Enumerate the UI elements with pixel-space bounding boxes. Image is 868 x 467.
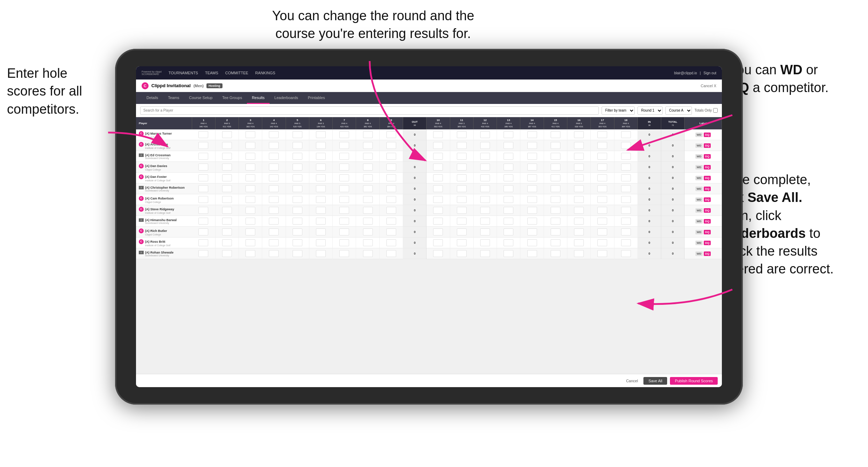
score-h18-p9[interactable]: [614, 227, 637, 238]
score-input-h9-p11[interactable]: [386, 250, 396, 257]
score-h7-p11[interactable]: [333, 248, 356, 259]
nav-link-committee[interactable]: COMMITTEE: [225, 71, 248, 75]
score-input-h13-p5[interactable]: [504, 185, 513, 192]
score-input-h18-p2[interactable]: [621, 153, 631, 160]
score-input-h18-p9[interactable]: [621, 228, 631, 235]
score-h9-p2[interactable]: [379, 151, 403, 162]
score-input-h11-p6[interactable]: [457, 196, 467, 203]
score-input-h14-p2[interactable]: [527, 153, 537, 160]
score-input-h8-p1[interactable]: [363, 142, 373, 149]
search-input[interactable]: [140, 106, 599, 115]
score-h10-p10[interactable]: [427, 238, 450, 248]
score-input-h1-p11[interactable]: [198, 250, 208, 257]
score-input-h13-p9[interactable]: [504, 228, 513, 235]
score-h17-p1[interactable]: [591, 140, 614, 151]
score-h18-p7[interactable]: [614, 205, 637, 216]
score-input-h18-p0[interactable]: [621, 131, 631, 138]
score-input-h1-p8[interactable]: [198, 218, 208, 225]
score-input-h4-p10[interactable]: [269, 239, 279, 246]
nav-link-tournaments[interactable]: TOURNAMENTS: [168, 71, 198, 75]
score-input-h16-p7[interactable]: [574, 207, 584, 214]
score-h13-p6[interactable]: [497, 194, 520, 205]
score-h11-p5[interactable]: [450, 183, 473, 194]
score-h14-p0[interactable]: [520, 129, 544, 140]
score-h10-p6[interactable]: [427, 194, 450, 205]
score-input-h15-p9[interactable]: [551, 228, 560, 235]
score-input-h14-p6[interactable]: [527, 196, 537, 203]
score-h16-p8[interactable]: [567, 216, 591, 227]
score-input-h11-p3[interactable]: [457, 164, 467, 171]
dq-button-p3[interactable]: DQ: [704, 165, 711, 170]
score-input-h5-p10[interactable]: [293, 239, 302, 246]
score-input-h4-p5[interactable]: [269, 185, 279, 192]
score-input-h8-p11[interactable]: [363, 250, 373, 257]
score-h11-p11[interactable]: [450, 248, 473, 259]
score-input-h16-p3[interactable]: [574, 164, 584, 171]
totals-only-checkbox[interactable]: [713, 108, 718, 113]
score-input-h16-p11[interactable]: [574, 250, 584, 257]
score-h6-p9[interactable]: [309, 227, 332, 238]
score-h2-p0[interactable]: [215, 129, 239, 140]
wd-button-p6[interactable]: WD: [695, 197, 703, 202]
score-input-h9-p8[interactable]: [386, 218, 396, 225]
score-h7-p8[interactable]: [333, 216, 356, 227]
score-input-h11-p9[interactable]: [457, 228, 467, 235]
score-input-h4-p7[interactable]: [269, 207, 279, 214]
score-h13-p7[interactable]: [497, 205, 520, 216]
score-input-h10-p3[interactable]: [433, 164, 443, 171]
score-input-h16-p1[interactable]: [574, 142, 584, 149]
dq-button-p9[interactable]: DQ: [704, 230, 711, 234]
score-input-h7-p7[interactable]: [339, 207, 349, 214]
score-h9-p4[interactable]: [379, 173, 403, 183]
score-input-h16-p5[interactable]: [574, 185, 584, 192]
score-input-h5-p1[interactable]: [293, 142, 302, 149]
score-h18-p10[interactable]: [614, 238, 637, 248]
score-input-h10-p5[interactable]: [433, 185, 443, 192]
score-h17-p7[interactable]: [591, 205, 614, 216]
score-input-h13-p3[interactable]: [504, 164, 513, 171]
wd-button-p3[interactable]: WD: [695, 165, 703, 170]
score-input-h8-p10[interactable]: [363, 239, 373, 246]
score-h11-p3[interactable]: [450, 162, 473, 173]
score-h1-p8[interactable]: [192, 216, 215, 227]
score-input-h7-p1[interactable]: [339, 142, 349, 149]
dq-button-p1[interactable]: DQ: [704, 143, 711, 148]
score-input-h6-p1[interactable]: [316, 142, 326, 149]
score-input-h6-p9[interactable]: [316, 228, 326, 235]
score-input-h18-p1[interactable]: [621, 142, 631, 149]
score-h12-p8[interactable]: [473, 216, 497, 227]
score-input-h12-p1[interactable]: [480, 142, 490, 149]
score-h14-p7[interactable]: [520, 205, 544, 216]
score-h5-p5[interactable]: [286, 183, 309, 194]
score-h6-p11[interactable]: [309, 248, 332, 259]
score-h14-p2[interactable]: [520, 151, 544, 162]
score-h14-p8[interactable]: [520, 216, 544, 227]
score-input-h18-p4[interactable]: [621, 174, 631, 181]
score-h4-p1[interactable]: [262, 140, 286, 151]
score-h6-p0[interactable]: [309, 129, 332, 140]
score-input-h6-p5[interactable]: [316, 185, 326, 192]
score-h14-p4[interactable]: [520, 173, 544, 183]
score-h5-p11[interactable]: [286, 248, 309, 259]
score-h13-p11[interactable]: [497, 248, 520, 259]
tab-leaderboards[interactable]: Leaderboards: [270, 92, 303, 104]
score-input-h15-p5[interactable]: [551, 185, 560, 192]
score-input-h9-p1[interactable]: [386, 142, 396, 149]
score-input-h1-p4[interactable]: [198, 174, 208, 181]
score-h8-p7[interactable]: [356, 205, 379, 216]
score-input-h8-p9[interactable]: [363, 228, 373, 235]
score-input-h3-p3[interactable]: [246, 164, 255, 171]
score-input-h1-p6[interactable]: [198, 196, 208, 203]
dq-button-p6[interactable]: DQ: [704, 197, 711, 202]
score-input-h7-p6[interactable]: [339, 196, 349, 203]
score-input-h8-p5[interactable]: [363, 185, 373, 192]
score-input-h10-p6[interactable]: [433, 196, 443, 203]
score-h13-p5[interactable]: [497, 183, 520, 194]
score-h18-p2[interactable]: [614, 151, 637, 162]
score-h10-p2[interactable]: [427, 151, 450, 162]
score-input-h18-p10[interactable]: [621, 239, 631, 246]
score-h6-p3[interactable]: [309, 162, 332, 173]
score-h17-p2[interactable]: [591, 151, 614, 162]
score-h3-p2[interactable]: [239, 151, 262, 162]
score-h13-p10[interactable]: [497, 238, 520, 248]
